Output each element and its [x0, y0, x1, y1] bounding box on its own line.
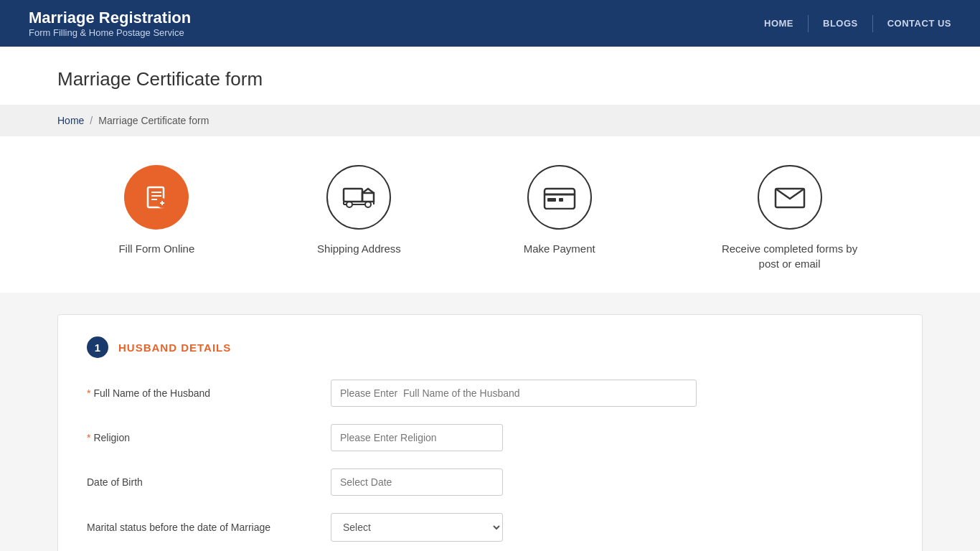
step-payment[interactable]: Make Payment	[524, 165, 595, 256]
dob-input[interactable]	[331, 468, 503, 496]
page-title: Marriage Certificate form	[57, 68, 923, 90]
full-name-label: Full Name of the Husband	[93, 387, 210, 399]
dob-row: Date of Birth	[87, 468, 893, 496]
steps-section: Fill Form Online Shipping Address	[0, 136, 980, 293]
shipping-icon	[326, 165, 391, 230]
religion-row: *Religion	[87, 424, 893, 451]
brand-subtitle: Form Filling & Home Postage Service	[29, 27, 191, 38]
payment-icon	[527, 165, 592, 230]
svg-rect-16	[547, 198, 556, 202]
required-star-name: *	[87, 387, 90, 399]
dob-label: Date of Birth	[87, 476, 143, 488]
step-shipping[interactable]: Shipping Address	[317, 165, 401, 256]
section-title: HUSBAND DETAILS	[118, 342, 231, 354]
breadcrumb-current: Marriage Certificate form	[98, 115, 209, 126]
section-number: 1	[87, 336, 108, 358]
religion-input[interactable]	[331, 424, 503, 451]
marital-status-row: Marital status before the date of Marria…	[87, 513, 893, 542]
marital-status-label-col: Marital status before the date of Marria…	[87, 522, 331, 533]
full-name-input-col	[331, 380, 893, 407]
required-star-religion: *	[87, 432, 90, 443]
marital-status-label: Marital status before the date of Marria…	[87, 522, 270, 533]
dob-input-col	[331, 468, 893, 496]
svg-rect-7	[344, 189, 362, 202]
receive-label: Receive completed forms by post or email	[718, 241, 862, 271]
payment-label: Make Payment	[524, 241, 595, 256]
religion-label-col: *Religion	[87, 432, 331, 443]
receive-icon	[758, 165, 822, 230]
breadcrumb: Home / Marriage Certificate form	[0, 105, 980, 136]
religion-label: Religion	[93, 432, 130, 443]
religion-input-col	[331, 424, 893, 451]
step-receive[interactable]: Receive completed forms by post or email	[718, 165, 862, 271]
breadcrumb-sep: /	[90, 115, 93, 126]
nav-home[interactable]: HOME	[764, 18, 793, 29]
breadcrumb-home[interactable]: Home	[57, 115, 84, 126]
section-header: 1 HUSBAND DETAILS	[87, 336, 893, 358]
page-title-area: Marriage Certificate form	[0, 47, 980, 105]
full-name-label-col: *Full Name of the Husband	[87, 387, 331, 399]
marital-status-select[interactable]: Select Single Divorced Widowed	[331, 513, 503, 542]
marital-status-input-col: Select Single Divorced Widowed	[331, 513, 893, 542]
shipping-label: Shipping Address	[317, 241, 401, 256]
main-nav: HOME BLOGS CONTACT US	[764, 15, 951, 32]
nav-sep-2	[872, 15, 873, 32]
nav-blogs[interactable]: BLOGS	[823, 18, 858, 29]
fill-form-icon	[124, 165, 189, 230]
full-name-input[interactable]	[331, 380, 697, 407]
svg-rect-17	[559, 198, 563, 202]
dob-label-col: Date of Birth	[87, 476, 331, 488]
main-content: 1 HUSBAND DETAILS *Full Name of the Husb…	[0, 293, 980, 551]
nav-sep-1	[808, 15, 809, 32]
brand-title: Marriage Registration	[29, 9, 191, 27]
brand: Marriage Registration Form Filling & Hom…	[29, 9, 191, 38]
full-name-row: *Full Name of the Husband	[87, 380, 893, 407]
fill-form-label: Fill Form Online	[118, 241, 194, 256]
nav-contact[interactable]: CONTACT US	[887, 18, 951, 29]
header: Marriage Registration Form Filling & Hom…	[0, 0, 980, 47]
husband-details-section: 1 HUSBAND DETAILS *Full Name of the Husb…	[57, 314, 923, 551]
step-fill-form[interactable]: Fill Form Online	[118, 165, 194, 256]
